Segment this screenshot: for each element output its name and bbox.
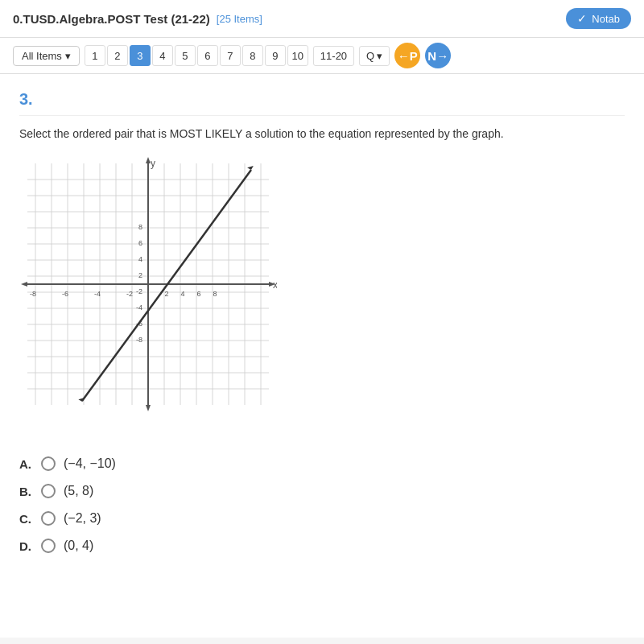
- y-tick--4: -4: [136, 303, 142, 312]
- range-label: 11-20: [320, 50, 347, 62]
- q-label: Q: [366, 50, 374, 62]
- next-arrow-icon: N→: [427, 49, 448, 63]
- svg-marker-34: [146, 405, 151, 411]
- x-tick-8: 8: [213, 290, 217, 298]
- dropdown-arrow-icon: ▾: [65, 50, 71, 62]
- x-tick-2: 2: [164, 290, 168, 298]
- range-button[interactable]: 11-20: [313, 46, 354, 66]
- y-tick-2: 2: [138, 271, 142, 279]
- x-tick--8: -8: [30, 290, 36, 298]
- prev-button[interactable]: ←P: [394, 43, 420, 68]
- notab-label: Notab: [592, 13, 620, 25]
- nav-num-6[interactable]: 6: [197, 45, 218, 66]
- graph-container: x y -8 -6 -4 -2 2 4 6 8 2 4 6 8 -2 -4 -6…: [19, 155, 277, 429]
- x-tick-6: 6: [196, 290, 200, 298]
- nav-num-10[interactable]: 10: [287, 45, 308, 66]
- check-icon: ✓: [577, 12, 587, 25]
- option-a-radio[interactable]: [41, 456, 56, 471]
- x-axis-label: x: [273, 279, 277, 291]
- x-tick--2: -2: [126, 290, 133, 298]
- notab-button[interactable]: ✓ Notab: [566, 8, 631, 29]
- option-c-radio[interactable]: [41, 511, 56, 526]
- option-d-label: D.: [19, 539, 31, 553]
- all-items-label: All Items: [22, 50, 62, 62]
- option-c[interactable]: C. (−2, 3): [19, 511, 625, 526]
- q-button[interactable]: Q ▾: [359, 46, 390, 66]
- y-tick--2: -2: [136, 287, 142, 295]
- y-tick-6: 6: [138, 239, 142, 247]
- question-number: 3.: [19, 90, 625, 116]
- option-a-value: (−4, −10): [64, 456, 116, 471]
- nav-num-2[interactable]: 2: [107, 45, 128, 66]
- nav-num-8[interactable]: 8: [242, 45, 263, 66]
- y-axis-label: y: [151, 158, 155, 169]
- y-tick--8: -8: [136, 336, 142, 344]
- nav-num-4[interactable]: 4: [152, 45, 173, 66]
- x-tick-4: 4: [180, 290, 184, 298]
- nav-num-1[interactable]: 1: [85, 45, 105, 66]
- nav-numbers: 1 2 3 4 5 6 7 8 9 10: [85, 45, 308, 66]
- option-c-label: C.: [19, 512, 31, 526]
- x-tick--6: -6: [62, 290, 68, 298]
- option-d-value: (0, 4): [64, 539, 93, 553]
- header-left: 0.TUSD.Algebra.POST Test (21-22) [25 Ite…: [13, 12, 262, 26]
- test-title: 0.TUSD.Algebra.POST Test (21-22): [13, 12, 210, 26]
- option-c-value: (−2, 3): [64, 511, 101, 526]
- option-b-value: (5, 8): [64, 484, 93, 498]
- q-dropdown-icon: ▾: [377, 50, 382, 62]
- toolbar: All Items ▾ 1 2 3 4 5 6 7 8 9 10 11-20 Q…: [0, 38, 644, 74]
- coordinate-graph: x y -8 -6 -4 -2 2 4 6 8 2 4 6 8 -2 -4 -6…: [19, 155, 277, 429]
- nav-num-3[interactable]: 3: [130, 45, 151, 66]
- option-b-radio[interactable]: [41, 484, 56, 498]
- answer-options: A. (−4, −10) B. (5, 8) C. (−2, 3) D. (0,…: [19, 456, 625, 553]
- svg-marker-32: [21, 282, 27, 287]
- nav-num-7[interactable]: 7: [220, 45, 241, 66]
- nav-num-9[interactable]: 9: [265, 45, 286, 66]
- y-tick-4: 4: [138, 255, 142, 263]
- option-a-label: A.: [19, 457, 31, 471]
- all-items-button[interactable]: All Items ▾: [13, 46, 80, 66]
- question-text: Select the ordered pair that is MOST LIK…: [19, 126, 625, 142]
- nav-num-5[interactable]: 5: [175, 45, 196, 66]
- y-tick-8: 8: [138, 223, 142, 231]
- next-button[interactable]: N→: [425, 43, 451, 68]
- option-b-label: B.: [19, 485, 31, 498]
- option-b[interactable]: B. (5, 8): [19, 484, 625, 498]
- x-tick--4: -4: [94, 290, 101, 298]
- option-d-radio[interactable]: [41, 539, 56, 553]
- option-d[interactable]: D. (0, 4): [19, 539, 625, 553]
- graph-line: [82, 170, 251, 401]
- items-badge: [25 Items]: [217, 13, 262, 25]
- option-a[interactable]: A. (−4, −10): [19, 456, 625, 471]
- prev-arrow-icon: ←P: [398, 49, 418, 63]
- header-bar: 0.TUSD.Algebra.POST Test (21-22) [25 Ite…: [0, 0, 644, 38]
- content-area: 3. Select the ordered pair that is MOST …: [0, 74, 644, 638]
